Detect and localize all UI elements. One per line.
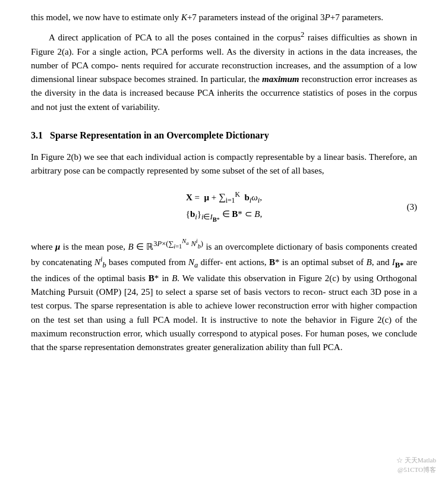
paragraph-parameters: this model, we now have to estimate only… (31, 11, 417, 24)
equation-description: where μ is the mean pose, B ∈ ℝ3P×(∑i=1N… (31, 237, 417, 354)
section-31-text: In Figure 2(b) we see that each individu… (31, 150, 417, 178)
eq-line-1: X = μ + ∑i=1K biωi, (186, 190, 262, 206)
eq-line-2: {bi}i∈IB* ∈ B* ⊂ B, (186, 207, 262, 225)
paragraph-sparse-intro: In Figure 2(b) we see that each individu… (31, 150, 417, 178)
section-title: Sparse Representation in an Overcomplete… (50, 130, 269, 140)
equation-content: X = μ + ∑i=1K biωi, {bi}i∈IB* ∈ B* ⊂ B, (186, 188, 262, 226)
watermark-line2: @51CTO博客 (396, 465, 436, 474)
paragraph-where: where μ is the mean pose, B ∈ ℝ3P×(∑i=1N… (31, 237, 417, 354)
intro-text-block: this model, we now have to estimate only… (31, 11, 417, 114)
equation-3: X = μ + ∑i=1K biωi, {bi}i∈IB* ∈ B* ⊂ B, … (31, 188, 417, 226)
section-number: 3.1 (31, 130, 43, 140)
watermark-line1: ☆ 天天Matlab (396, 456, 436, 465)
paragraph-pca-application: A direct application of PCA to all the p… (31, 29, 417, 114)
footnote-ref: 2 (301, 30, 304, 39)
watermark: ☆ 天天Matlab @51CTO博客 (396, 456, 436, 474)
page: this model, we now have to estimate only… (0, 0, 448, 485)
italic-maximum: maximum (262, 74, 299, 84)
equation-number: (3) (407, 200, 418, 214)
section-31-heading: 3.1 Sparse Representation in an Overcomp… (31, 128, 417, 143)
